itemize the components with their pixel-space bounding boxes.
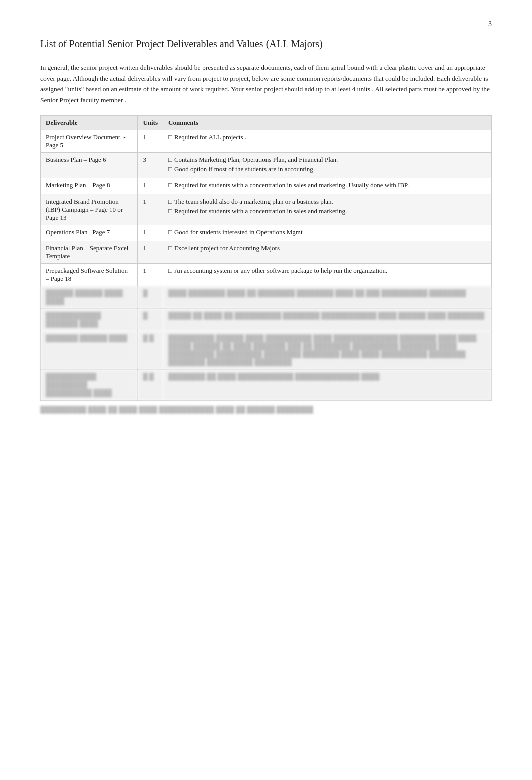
bullet-symbol: □ (168, 181, 172, 189)
comment-item: □Contains Marketing Plan, Operations Pla… (168, 156, 486, 164)
units-cell: 1 (138, 178, 163, 194)
comments-cell: □Good for students interested in Operati… (163, 225, 492, 241)
blurred-deliverable-cell: ███████ ██████ ████ (41, 331, 138, 370)
comment-text: Excellent project for Accounting Majors (174, 244, 280, 252)
comment-item: □Required for ALL projects . (168, 133, 486, 141)
comment-item: □The team should also do a marketing pla… (168, 198, 486, 206)
page-title: List of Potential Senior Project Deliver… (40, 38, 492, 53)
blurred-comments-cell: ████ ████████ ████ ██ ████████ ████████ … (163, 286, 492, 309)
comments-cell: □An accounting system or any other softw… (163, 264, 492, 286)
table-row: Integrated Brand Promotion (IBP) Campaig… (41, 194, 492, 225)
comment-text: The team should also do a marketing plan… (174, 198, 333, 206)
comment-text: Required for ALL projects . (174, 133, 246, 141)
comment-text: An accounting system or any other softwa… (174, 267, 387, 275)
bullet-symbol: □ (168, 133, 172, 141)
comment-text: Required for students with a concentrati… (174, 207, 347, 215)
units-cell: 1 (138, 194, 163, 225)
bullet-symbol: □ (168, 207, 172, 215)
comments-cell: □Excellent project for Accounting Majors (163, 241, 492, 264)
blurred-footer: ██████████ ████ ██ ████ ████ ███████████… (40, 406, 492, 414)
comments-cell: □Contains Marketing Plan, Operations Pla… (163, 153, 492, 178)
bullet-symbol: □ (168, 267, 172, 275)
table-row: Prepackaged Software Solution – Page 181… (41, 264, 492, 286)
deliverable-cell: Marketing Plan – Page 8 (41, 178, 138, 194)
comment-item: □Excellent project for Accounting Majors (168, 244, 486, 252)
blurred-units-cell: █ █ (138, 370, 163, 401)
col-header-deliverable: Deliverable (41, 116, 138, 130)
blurred-deliverable-cell: ██████ ██████ ████ ████ (41, 286, 138, 309)
deliverable-cell: Financial Plan – Separate Excel Template (41, 241, 138, 264)
blurred-units-cell: █ (138, 286, 163, 309)
blurred-units-cell: █ █ (138, 331, 163, 370)
units-cell: 1 (138, 130, 163, 153)
comment-text: Good option if most of the students are … (174, 165, 315, 173)
deliverable-cell: Operations Plan– Page 7 (41, 225, 138, 241)
comments-cell: □The team should also do a marketing pla… (163, 194, 492, 225)
table-row: Operations Plan– Page 71□Good for studen… (41, 225, 492, 241)
bullet-symbol: □ (168, 165, 172, 173)
blurred-comments-cell: ██████████ ██████ ████ ██████████ ████ █… (163, 331, 492, 370)
table-row: Business Plan – Page 63□Contains Marketi… (41, 153, 492, 178)
units-cell: 1 (138, 241, 163, 264)
blurred-table-row: ███████████ █████████ ██████████ █████ █… (41, 370, 492, 401)
deliverable-cell: Prepackaged Software Solution – Page 18 (41, 264, 138, 286)
comment-text: Contains Marketing Plan, Operations Plan… (174, 156, 338, 164)
bullet-symbol: □ (168, 198, 172, 206)
comment-text: Required for students with a concentrati… (174, 181, 409, 189)
blurred-table-row: ████████████ ███████ ██████████ ██ ████ … (41, 309, 492, 331)
blurred-table-row: ██████ ██████ ████ █████████ ████████ ██… (41, 286, 492, 309)
page-number: 3 (40, 20, 492, 28)
bullet-symbol: □ (168, 244, 172, 252)
deliverables-table: Deliverable Units Comments Project Overv… (40, 115, 492, 401)
blurred-comments-cell: ████████ ██ ████ ████████████ ██████████… (163, 370, 492, 401)
units-cell: 1 (138, 225, 163, 241)
units-cell: 3 (138, 153, 163, 178)
col-header-comments: Comments (163, 116, 492, 130)
comment-item: □Good for students interested in Operati… (168, 228, 486, 236)
blurred-deliverable-cell: ████████████ ███████ ████ (41, 309, 138, 331)
intro-paragraph: In general, the senior project written d… (40, 62, 492, 105)
comments-cell: □Required for ALL projects . (163, 130, 492, 153)
blurred-deliverable-cell: ███████████ █████████ ██████████ ████ (41, 370, 138, 401)
units-cell: 1 (138, 264, 163, 286)
deliverable-cell: Integrated Brand Promotion (IBP) Campaig… (41, 194, 138, 225)
comments-cell: □Required for students with a concentrat… (163, 178, 492, 194)
comment-item: □An accounting system or any other softw… (168, 267, 486, 275)
bullet-symbol: □ (168, 156, 172, 164)
comment-item: □Required for students with a concentrat… (168, 207, 486, 215)
table-row: Project Overview Document. - Page 51□Req… (41, 130, 492, 153)
blurred-table-row: ███████ ██████ █████ ███████████ ██████ … (41, 331, 492, 370)
blurred-comments-cell: █████ ██ ████ ██ ██████████ ████████ ███… (163, 309, 492, 331)
table-row: Financial Plan – Separate Excel Template… (41, 241, 492, 264)
bullet-symbol: □ (168, 228, 172, 236)
comment-item: □Good option if most of the students are… (168, 165, 486, 173)
blurred-units-cell: █ (138, 309, 163, 331)
col-header-units: Units (138, 116, 163, 130)
comment-text: Good for students interested in Operatio… (174, 228, 303, 236)
deliverable-cell: Project Overview Document. - Page 5 (41, 130, 138, 153)
table-row: Marketing Plan – Page 81□Required for st… (41, 178, 492, 194)
deliverable-cell: Business Plan – Page 6 (41, 153, 138, 178)
comment-item: □Required for students with a concentrat… (168, 181, 486, 189)
